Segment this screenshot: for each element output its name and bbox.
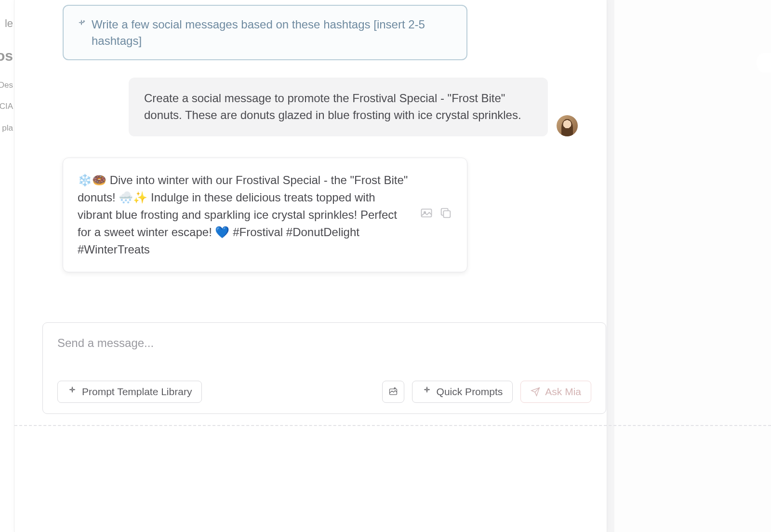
- ai-response-actions: [420, 206, 452, 223]
- ask-mia-label: Ask Mia: [545, 386, 581, 398]
- image-upload-button[interactable]: [382, 381, 404, 403]
- chat-scroll-area: Write a few social messages based on the…: [14, 0, 607, 272]
- user-message-text: Create a social message to promote the F…: [144, 92, 521, 121]
- quick-prompts-label: Quick Prompts: [437, 386, 503, 398]
- send-icon: [531, 387, 540, 397]
- chat-panel: Write a few social messages based on the…: [14, 0, 607, 532]
- composer: Prompt Template Library Quick Prompts: [42, 322, 592, 414]
- divider-dashed: [14, 425, 771, 426]
- ai-response-text: ❄️🍩 Dive into winter with our Frostival …: [78, 172, 410, 258]
- composer-box: Prompt Template Library Quick Prompts: [42, 322, 606, 414]
- prompt-suggestion-card[interactable]: Write a few social messages based on the…: [63, 5, 467, 60]
- user-message-bubble: Create a social message to promote the F…: [129, 78, 548, 136]
- image-icon[interactable]: [420, 206, 433, 223]
- message-input[interactable]: [57, 336, 591, 370]
- ask-mia-button[interactable]: Ask Mia: [520, 381, 591, 403]
- sparkle-icon: [77, 19, 86, 31]
- user-message-row: Create a social message to promote the F…: [63, 78, 578, 136]
- ai-response-card: ❄️🍩 Dive into winter with our Frostival …: [63, 158, 467, 272]
- copy-icon[interactable]: [439, 206, 452, 223]
- prompt-library-label: Prompt Template Library: [82, 386, 192, 398]
- right-panel-fragment: [614, 0, 771, 532]
- svg-rect-2: [443, 211, 450, 218]
- prompt-template-library-button[interactable]: Prompt Template Library: [57, 381, 202, 403]
- right-avatar-fragment: [757, 53, 771, 72]
- user-avatar: [557, 115, 578, 136]
- quick-prompts-button[interactable]: Quick Prompts: [412, 381, 513, 403]
- composer-toolbar: Prompt Template Library Quick Prompts: [57, 381, 591, 403]
- sparkle-icon: [422, 386, 432, 398]
- sidebar-fragment: le os Des CIA pla: [0, 0, 14, 532]
- prompt-suggestion-text: Write a few social messages based on the…: [92, 16, 453, 49]
- sparkle-icon: [67, 386, 77, 398]
